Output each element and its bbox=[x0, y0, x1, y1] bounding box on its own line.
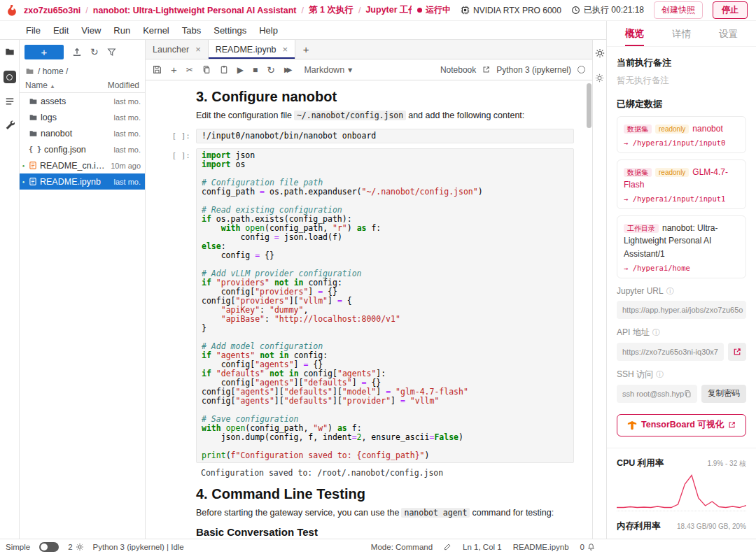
edit-mode-icon[interactable] bbox=[444, 543, 451, 551]
breadcrumb-item[interactable]: nanobot: Ultra-Lightweight Personal AI A… bbox=[93, 6, 297, 15]
filter-icon[interactable] bbox=[107, 48, 116, 57]
panel-tab-详情[interactable]: 详情 bbox=[672, 22, 691, 45]
file-row-nanobot[interactable]: nanobotlast mo. bbox=[20, 125, 145, 141]
upload-icon[interactable] bbox=[72, 47, 82, 57]
folder-icon bbox=[29, 113, 38, 122]
paste-cells-icon[interactable] bbox=[220, 65, 228, 74]
insert-cell-icon[interactable]: + bbox=[171, 64, 177, 76]
save-icon[interactable] bbox=[153, 65, 162, 74]
right-panel-body: 当前执行备注 暂无执行备注 已绑定数据 数据集readonlynanobot→ … bbox=[607, 47, 756, 539]
api-address-field[interactable]: https://zxo7zu65o3ni-iq30x7 bbox=[617, 343, 724, 361]
tab-launcher[interactable]: Launcher × bbox=[146, 40, 209, 59]
main-area: FileEditViewRunKernelTabsSettingsHelp + … bbox=[0, 21, 756, 539]
column-name[interactable]: Name▲ bbox=[25, 80, 108, 90]
file-breadcrumb[interactable]: / home / bbox=[20, 64, 145, 79]
restart-kernel-icon[interactable]: ↻ bbox=[267, 64, 275, 76]
panel-tab-概览[interactable]: 概览 bbox=[625, 21, 644, 46]
breadcrumb-item[interactable]: Jupyter 工作空间 bbox=[365, 4, 412, 16]
cpu-usage-title: CPU 利用率 bbox=[617, 457, 664, 469]
api-address-label: API 地址ⓘ bbox=[617, 327, 746, 339]
inline-code: ~/.nanobot/config.json bbox=[294, 111, 406, 120]
breadcrumb-item[interactable]: zxo7zu65o3ni bbox=[24, 6, 80, 15]
new-launcher-button[interactable]: + bbox=[24, 45, 64, 59]
file-row-README.ipynb[interactable]: ●README.ipynblast mo. bbox=[20, 173, 145, 190]
memory-chart bbox=[617, 534, 746, 539]
execution-prompt: [ ]: bbox=[151, 148, 196, 463]
code-editor[interactable]: import jsonimport os # Configuration fil… bbox=[196, 148, 574, 463]
menu-file[interactable]: File bbox=[20, 25, 47, 36]
new-tab-button[interactable]: + bbox=[295, 40, 316, 59]
bell-icon[interactable] bbox=[587, 543, 595, 551]
notebook-toolbar: + ✂ ▶ ■ ↻ ▶▶ Markdown ▾ Notebook bbox=[146, 59, 592, 80]
kernel-status-label[interactable]: Python 3 (ipykernel) | Idle bbox=[93, 543, 184, 551]
menu-run[interactable]: Run bbox=[107, 25, 136, 36]
column-modified[interactable]: Modified bbox=[108, 80, 139, 90]
markdown-cell[interactable]: 4. Command Line Testing Before starting … bbox=[151, 486, 574, 538]
jupyter-url-field[interactable]: https://app.hyper.ai/jobs/zxo7zu65o bbox=[617, 301, 746, 319]
copy-cells-icon[interactable] bbox=[202, 65, 211, 74]
debugger-gear-icon[interactable] bbox=[595, 73, 604, 83]
card-type-badge: 数据集 bbox=[624, 125, 652, 134]
open-api-button[interactable] bbox=[728, 343, 746, 361]
hyperai-logo-icon[interactable] bbox=[6, 4, 18, 17]
bound-data-card[interactable]: 数据集readonlyGLM-4.7-Flash→ /hyperai/input… bbox=[617, 159, 746, 209]
chevron-down-icon: ▾ bbox=[348, 64, 352, 75]
menu-help[interactable]: Help bbox=[253, 25, 284, 36]
code-cell-onboard[interactable]: [ ]: !/input0/nanobot/bin/nanobot onboar… bbox=[151, 129, 592, 143]
copy-icon[interactable] bbox=[684, 390, 692, 398]
restart-run-all-icon[interactable]: ▶▶ bbox=[284, 66, 292, 73]
file-browser-icon[interactable] bbox=[4, 47, 15, 57]
file-row-assets[interactable]: assetslast mo. bbox=[20, 93, 145, 109]
interrupt-kernel-icon[interactable]: ■ bbox=[253, 65, 258, 75]
file-row-config.json[interactable]: { }config.jsonlast mo. bbox=[20, 141, 145, 157]
simple-mode-toggle[interactable] bbox=[39, 542, 59, 552]
info-icon[interactable]: ⓘ bbox=[666, 286, 674, 297]
tab-readme-notebook[interactable]: README.ipynb × bbox=[209, 40, 295, 59]
stop-job-button[interactable]: 停止 bbox=[713, 1, 748, 19]
extensions-icon[interactable] bbox=[5, 120, 15, 129]
menu-settings[interactable]: Settings bbox=[207, 25, 253, 36]
external-link-icon[interactable] bbox=[482, 66, 490, 73]
code-cell-config[interactable]: [ ]: import jsonimport os # Configuratio… bbox=[151, 148, 592, 463]
menu-view[interactable]: View bbox=[75, 25, 107, 36]
table-of-contents-icon[interactable] bbox=[5, 97, 15, 106]
info-icon[interactable]: ⓘ bbox=[652, 327, 660, 338]
scrollbar-thumb[interactable] bbox=[587, 83, 592, 128]
breadcrumb-item[interactable]: 第 1 次执行 bbox=[309, 4, 354, 16]
cursor-position[interactable]: Ln 1, Col 1 bbox=[463, 543, 502, 551]
file-list-header[interactable]: Name▲ Modified bbox=[20, 79, 145, 93]
paragraph: Before starting the gateway service, you… bbox=[196, 508, 574, 518]
run-cell-icon[interactable]: ▶ bbox=[237, 65, 244, 75]
active-file-name: README.ipynb bbox=[513, 543, 569, 551]
cpu-usage-value: 1.9% - 32 核 bbox=[707, 459, 746, 469]
bound-data-card[interactable]: 数据集readonlynanobot→ /hyperai/input/input… bbox=[617, 116, 746, 153]
menu-tabs[interactable]: Tabs bbox=[176, 25, 207, 36]
panel-tab-设置[interactable]: 设置 bbox=[719, 22, 738, 45]
gpu-chip-icon bbox=[461, 6, 470, 15]
close-icon[interactable]: × bbox=[283, 44, 288, 55]
bound-data-card[interactable]: 工作目录nanobot: Ultra-Lightweight Personal … bbox=[617, 215, 746, 278]
jupyter-url-label: Jupyter URLⓘ bbox=[617, 286, 746, 297]
property-inspector-gear-icon[interactable] bbox=[595, 48, 605, 58]
file-row-README_cn.ipynb[interactable]: ●README_cn.ipynb10m ago bbox=[20, 157, 145, 173]
menu-kernel[interactable]: Kernel bbox=[136, 25, 176, 36]
markdown-cell[interactable]: 3. Configure nanobot Edit the configurat… bbox=[151, 89, 574, 120]
menu-edit[interactable]: Edit bbox=[47, 25, 75, 36]
file-modified: last mo. bbox=[113, 129, 141, 138]
terminal-sessions-icon[interactable] bbox=[76, 543, 84, 551]
kernel-name[interactable]: Python 3 (ipykernel) bbox=[496, 65, 571, 75]
tensorboard-button[interactable]: TensorBoard 可视化 bbox=[617, 414, 746, 436]
ssh-command-field[interactable]: ssh root@ssh.hyper bbox=[617, 385, 697, 403]
info-icon[interactable]: ⓘ bbox=[656, 369, 664, 380]
kernel-status-icon[interactable] bbox=[578, 66, 585, 73]
code-editor[interactable]: !/input0/nanobot/bin/nanobot onboard bbox=[196, 129, 574, 143]
close-icon[interactable]: × bbox=[195, 44, 201, 55]
cell-type-dropdown[interactable]: Markdown ▾ bbox=[301, 63, 355, 76]
copy-password-button[interactable]: 复制密码 bbox=[701, 385, 746, 403]
running-kernels-icon[interactable] bbox=[4, 71, 16, 83]
create-snapshot-button[interactable]: 创建快照 bbox=[654, 1, 703, 19]
cut-cells-icon[interactable]: ✂ bbox=[186, 65, 193, 75]
refresh-icon[interactable]: ↻ bbox=[90, 46, 99, 57]
file-row-logs[interactable]: logslast mo. bbox=[20, 109, 145, 125]
notebook-content[interactable]: 3. Configure nanobot Edit the configurat… bbox=[146, 80, 592, 539]
